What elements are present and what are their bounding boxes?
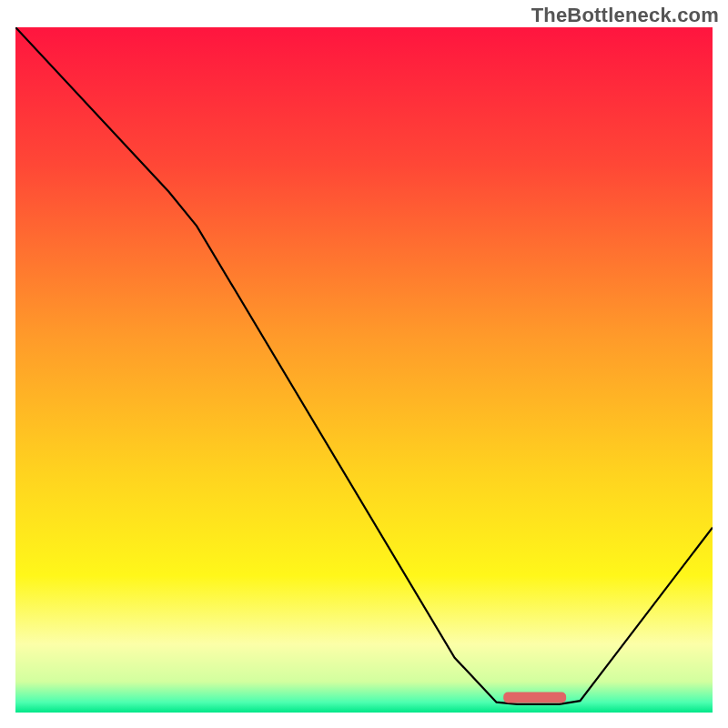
- optimal-zone-marker: [503, 692, 566, 703]
- plot-area: [15, 27, 713, 713]
- gradient-background: [15, 27, 713, 713]
- watermark-text: TheBottleneck.com: [531, 4, 719, 27]
- chart-svg: [15, 27, 713, 713]
- bottleneck-chart: TheBottleneck.com: [0, 0, 728, 728]
